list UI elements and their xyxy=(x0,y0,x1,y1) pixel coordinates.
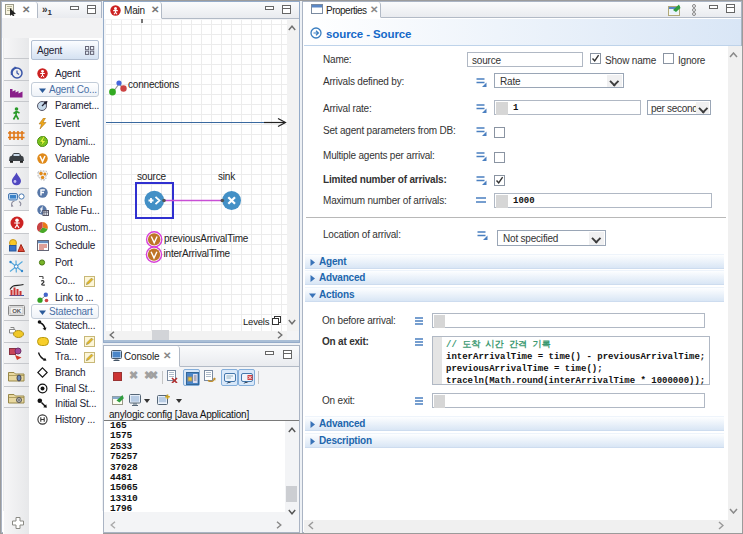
svg-text:OK: OK xyxy=(12,308,21,314)
